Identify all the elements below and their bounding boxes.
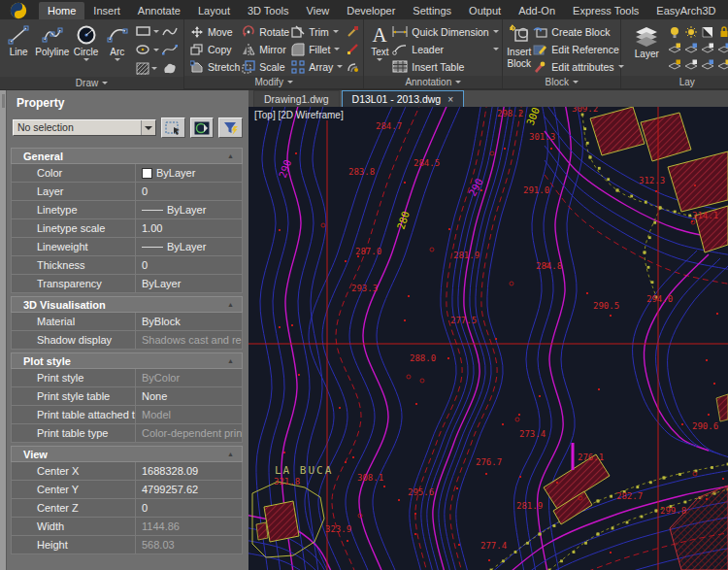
offset-button[interactable] [347, 59, 359, 75]
property-row-color[interactable]: ColorByLayer [11, 164, 243, 183]
panel-modify-label[interactable]: Modify [184, 76, 363, 88]
circle-button[interactable]: Circle [71, 22, 100, 77]
property-value[interactable]: ByLayer [136, 275, 242, 292]
measure-button[interactable] [347, 42, 359, 57]
quick-dimension-button[interactable]: Quick Dimension [392, 24, 498, 40]
drawing-viewport[interactable]: 284.7298.2309.2301.3284.5283.8291.0312.3… [248, 107, 728, 570]
panel-layer-label[interactable]: Lay [621, 76, 728, 88]
insert-table-button[interactable]: Insert Table [392, 59, 498, 75]
layer-tool-icon-9[interactable] [717, 42, 728, 56]
move-button[interactable]: Move [190, 24, 240, 40]
stretch-button[interactable]: Stretch [190, 59, 240, 75]
layer-tool-icon-13[interactable] [701, 58, 715, 73]
ribbon-tab-output[interactable]: Output [460, 2, 510, 19]
selection-combobox-arrow[interactable] [141, 120, 155, 135]
ellipse-button[interactable] [136, 41, 159, 58]
ribbon-tab-layout[interactable]: Layout [189, 2, 239, 19]
leader-button[interactable]: Leader [392, 42, 498, 57]
property-row-thickness[interactable]: Thickness0 [11, 256, 243, 275]
mirror-button[interactable]: Mirror [242, 42, 289, 57]
layer-tool-icon-4[interactable] [717, 25, 728, 40]
layer-tool-icon-3[interactable] [701, 25, 715, 40]
property-row-linetype-scale[interactable]: Linetype scale1.00 [11, 219, 243, 238]
layer-tool-icon-8[interactable] [701, 42, 715, 56]
app-logo-icon[interactable] [6, 2, 31, 19]
toggle-pickadd-button[interactable] [190, 117, 215, 138]
trim-button[interactable]: Trim [291, 24, 343, 40]
quick-dimension-dropdown-arrow[interactable] [493, 30, 499, 33]
ribbon-tab-easyarch3d[interactable]: EasyArch3D [647, 2, 724, 19]
fillet-dropdown-arrow[interactable] [334, 48, 340, 50]
property-value[interactable]: Shadows cast and recei... [136, 331, 242, 349]
property-value[interactable]: Model [136, 406, 242, 423]
scale-button[interactable]: Scale [242, 59, 289, 75]
quick-select-button[interactable] [161, 117, 185, 138]
property-row-height[interactable]: Height568.03 [11, 536, 243, 554]
insert-block-button[interactable]: Insert Block [507, 22, 531, 76]
property-row-print-table-attached-to[interactable]: Print table attached toModel [11, 406, 243, 424]
property-row-lineweight[interactable]: LineweightByLayer [11, 238, 243, 256]
document-tab-drawing1-dwg[interactable]: Drawing1.dwg [253, 90, 340, 107]
topographic-map[interactable]: 284.7298.2309.2301.3284.5283.8291.0312.3… [248, 107, 728, 570]
polyline-button[interactable]: Polyline [35, 22, 69, 77]
rectangle-button[interactable] [136, 22, 159, 40]
section-header-plot-style[interactable]: Plot style▲ [11, 352, 243, 369]
arc-dropdown-arrow[interactable] [115, 58, 120, 61]
layer-button[interactable]: Layer [627, 22, 666, 76]
property-row-transparency[interactable]: TransparencyByLayer [11, 275, 243, 293]
panel-draw-label[interactable]: Draw [0, 77, 183, 89]
revision-cloud-button[interactable] [162, 22, 178, 40]
property-value[interactable]: ByLayer [136, 164, 242, 182]
text-button[interactable]: A Text [369, 22, 390, 76]
ribbon-tab-easyarch-ext[interactable]: EasyArch Ext [724, 2, 728, 19]
property-value[interactable]: 1688328.09 [136, 462, 242, 480]
property-value[interactable]: 0 [136, 183, 242, 200]
property-value[interactable]: 1144.86 [136, 518, 242, 535]
ribbon-tab-3d-tools[interactable]: 3D Tools [239, 2, 298, 19]
layer-tool-icon-1[interactable] [668, 25, 682, 40]
close-tab-icon[interactable]: × [447, 94, 453, 105]
panel-annotation-label[interactable]: Annotation [364, 76, 502, 88]
array-button[interactable]: Array [291, 59, 343, 75]
fillet-button[interactable]: Fillet [291, 42, 343, 57]
ribbon-tab-add-on[interactable]: Add-On [510, 2, 564, 19]
layer-tool-icon-7[interactable] [684, 42, 699, 56]
collapse-icon[interactable]: ▲ [227, 357, 234, 364]
ribbon-tab-annotate[interactable]: Annotate [129, 2, 189, 19]
property-row-shadow-display[interactable]: Shadow displayShadows cast and recei... [11, 331, 243, 350]
property-value[interactable]: ByColor [136, 369, 242, 386]
explode-button[interactable] [347, 24, 359, 40]
property-value[interactable]: 1.00 [136, 219, 242, 237]
ribbon-tab-insert[interactable]: Insert [84, 2, 129, 19]
property-value[interactable]: Color-dependent print st... [136, 424, 242, 442]
spline-button[interactable] [162, 41, 178, 58]
layer-tool-icon-2[interactable] [684, 25, 699, 40]
ribbon-tab-express-tools[interactable]: Express Tools [564, 2, 647, 19]
property-row-width[interactable]: Width1144.86 [11, 518, 243, 536]
ribbon-tab-view[interactable]: View [298, 2, 339, 19]
property-row-linetype[interactable]: LinetypeByLayer [11, 201, 243, 219]
copy-button[interactable]: Copy [190, 42, 240, 57]
property-value[interactable]: ByBlock [136, 313, 242, 330]
property-value[interactable]: ByLayer [136, 201, 242, 218]
collapse-icon[interactable]: ▲ [227, 301, 234, 308]
rotate-button[interactable]: Rotate [242, 24, 289, 40]
text-dropdown-arrow[interactable] [377, 58, 382, 61]
section-header-general[interactable]: General▲ [11, 148, 243, 164]
layer-tool-icon-14[interactable] [717, 58, 728, 73]
palette-dock-strip[interactable] [0, 90, 7, 570]
collapse-icon[interactable]: ▲ [227, 152, 234, 159]
property-row-print-style[interactable]: Print styleByColor [11, 369, 243, 387]
property-value[interactable]: 0 [136, 256, 242, 274]
line-button[interactable]: Line [4, 22, 33, 77]
layer-tool-icon-6[interactable] [668, 42, 682, 56]
panel-block-label[interactable]: Block [503, 76, 620, 88]
edit-reference-button[interactable]: Edit Reference [533, 42, 623, 57]
property-row-material[interactable]: MaterialByBlock [11, 313, 243, 331]
collapse-icon[interactable]: ▲ [227, 451, 234, 457]
hatch-button[interactable] [136, 59, 159, 77]
edit-attributes-button[interactable]: Edit attributes [533, 59, 623, 75]
property-row-center-y[interactable]: Center Y4799257.62 [11, 481, 243, 499]
circle-dropdown-arrow[interactable] [83, 58, 89, 61]
layer-tool-icon-12[interactable] [684, 58, 699, 73]
